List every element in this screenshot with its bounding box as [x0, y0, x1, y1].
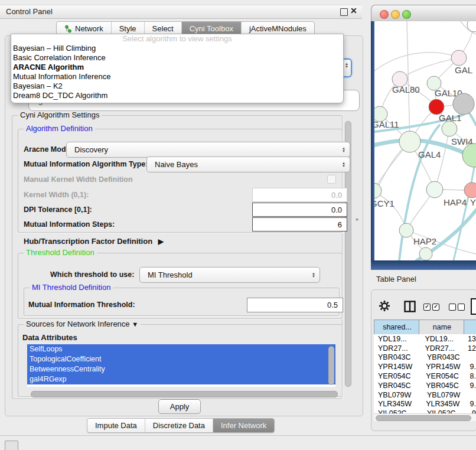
table-row[interactable]: YER054CYER054C8.: [374, 371, 476, 381]
table-row[interactable]: YPR145WYPR145W9.: [374, 362, 476, 371]
mi-threshold-input[interactable]: 0.5: [247, 298, 343, 312]
which-threshold-combobox[interactable]: MI Threshold ▲▼: [139, 267, 320, 283]
table-cell: 8.: [467, 372, 476, 380]
zoom-traffic-light-icon[interactable]: [402, 10, 411, 19]
mi-threshold-label: Mutual Information Threshold:: [28, 301, 135, 309]
network-node-label: HAP2: [413, 236, 436, 246]
algorithm-option[interactable]: Mutual Information Inference: [11, 72, 343, 81]
network-node-y[interactable]: [464, 182, 476, 198]
table-row[interactable]: YLR345WYLR345W9.: [374, 400, 476, 409]
network-node-gcy1[interactable]: [374, 183, 382, 198]
manual-kernel-label: Manual Kernel Width Definition: [24, 175, 133, 184]
network-edge[interactable]: [400, 58, 459, 79]
network-node-gal[interactable]: [451, 50, 467, 66]
network-edge[interactable]: [374, 53, 459, 71]
algorithm-option[interactable]: ARACNE Algorithm: [11, 63, 343, 72]
table-row[interactable]: YDL19...YDL19...13: [374, 334, 476, 344]
gear-icon[interactable]: [379, 299, 390, 315]
tab-infer-network[interactable]: Infer Network: [213, 419, 274, 432]
data-attribute-item[interactable]: BetweennessCentrality: [27, 364, 335, 374]
hub-definition-toggle[interactable]: Hub/Transcription Factor Definition ▶: [24, 237, 164, 246]
close-traffic-light-icon[interactable]: [380, 10, 389, 19]
table-row[interactable]: YBR043CYBR043C: [374, 353, 476, 363]
minimize-traffic-light-icon[interactable]: [391, 10, 400, 19]
minimized-panel-button[interactable]: [5, 441, 18, 450]
split-columns-icon[interactable]: [404, 301, 416, 315]
table-cell: YDR27...: [374, 344, 420, 353]
data-attribute-item[interactable]: TopologicalCoefficient: [27, 354, 335, 364]
data-attributes-list[interactable]: SelfLoopsTopologicalCoefficientBetweenne…: [27, 344, 335, 387]
application-window: Control Panel ✕ NetworkStyleSelectCyni T…: [0, 0, 476, 450]
table-cell: YIL052C: [374, 409, 423, 413]
mi-steps-input[interactable]: 6: [252, 217, 347, 231]
table-horizontal-scrollbar-track[interactable]: [374, 413, 476, 421]
tab-discretize-data[interactable]: Discretize Data: [145, 419, 213, 432]
table-row[interactable]: YIL052CYIL052C9: [374, 409, 476, 413]
table-row[interactable]: YBL079WYBL079W: [374, 390, 476, 400]
table-cell: YDR27...: [420, 344, 464, 353]
table-cell: YBR043C: [374, 353, 423, 361]
table-cell: YIL052C: [423, 409, 468, 413]
unchecked-box-icon[interactable]: [458, 304, 465, 311]
manual-kernel-checkbox[interactable]: [327, 175, 336, 184]
data-attribute-item[interactable]: SelfLoops: [27, 344, 335, 354]
table-row[interactable]: YDR27...YDR27...12: [374, 344, 476, 353]
table-panel-title: Table Panel: [376, 275, 416, 283]
stepper-icon: ▲▼: [345, 63, 348, 69]
split-pane-handle[interactable]: ▸: [356, 216, 359, 222]
page-icon[interactable]: [471, 298, 476, 315]
network-edge[interactable]: [374, 191, 406, 230]
control-panel-title: Control Panel: [6, 7, 53, 16]
network-node-swi4[interactable]: [442, 121, 457, 136]
network-node-hap4[interactable]: [426, 181, 443, 198]
aracne-mode-combobox[interactable]: Discovery ▲▼: [66, 142, 350, 158]
table-row[interactable]: YBR045CYBR045C9.: [374, 381, 476, 390]
algorithm-option[interactable]: Basic Correlation Inference: [11, 53, 343, 63]
tab-label: Infer Network: [221, 419, 266, 432]
table-cell: YBR045C: [374, 381, 422, 390]
close-icon[interactable]: ✕: [350, 6, 357, 15]
table-cell: YLR345W: [374, 400, 422, 408]
table-cell: 12: [464, 344, 476, 353]
stepper-icon: ▲▼: [342, 157, 345, 172]
algorithm-option[interactable]: Bayesian – Hill Climbing: [11, 44, 343, 53]
kernel-width-input[interactable]: 0.0: [252, 188, 347, 202]
table-cell: 9: [468, 409, 476, 413]
float-window-icon[interactable]: [340, 8, 348, 16]
algorithm-option[interactable]: Bayesian – K2: [11, 81, 343, 91]
chevron-down-icon[interactable]: ▼: [132, 321, 138, 328]
network-edge[interactable]: [443, 190, 464, 190]
dpi-tolerance-input[interactable]: 0.0: [252, 203, 347, 217]
bottom-tab-bar: Impute DataDiscretize DataInfer Network: [87, 418, 275, 433]
algorithm-dropdown-list: Bayesian – Hill ClimbingBasic Correlatio…: [11, 44, 343, 100]
tab-impute-data[interactable]: Impute Data: [87, 419, 145, 432]
table-cell: YPR145W: [374, 363, 422, 371]
table-horizontal-scrollbar[interactable]: [376, 415, 471, 421]
apply-button[interactable]: Apply: [158, 399, 201, 414]
data-attribute-item[interactable]: gal4RGexp: [27, 374, 335, 384]
table-column-header[interactable]: name: [419, 319, 465, 335]
network-node-gal4[interactable]: [399, 131, 420, 152]
network-view[interactable]: GALGAL80GAL10GAL1GAL11SWI4GAL4GCY1HAP4YH…: [374, 21, 476, 260]
attributes-vertical-scrollbar[interactable]: [328, 346, 334, 385]
which-threshold-label: Which threshold to use:: [50, 270, 134, 279]
unchecked-box-icon[interactable]: [449, 304, 456, 311]
network-node-hap2[interactable]: [399, 223, 413, 237]
chevron-right-icon: ▶: [158, 237, 164, 246]
checked-box-icon[interactable]: ✓: [423, 304, 431, 311]
checked-box-icon[interactable]: ✓: [432, 304, 439, 311]
aracne-mode-value: Discovery: [74, 145, 108, 154]
table-column-header[interactable]: shared...: [374, 319, 420, 335]
settings-group-title: Cyni Algorithm Settings: [18, 110, 102, 119]
table-cell: 9.: [467, 400, 476, 408]
settings-horizontal-scrollbar[interactable]: [31, 391, 338, 397]
aracne-mode-label: Aracne Mode:: [24, 145, 73, 154]
table-body: YDL19...YDL19...13YDR27...YDR27...12YBR0…: [374, 334, 476, 413]
network-window-titlebar[interactable]: [371, 5, 476, 22]
network-node[interactable]: [419, 247, 432, 260]
algorithm-option[interactable]: Dream8 DC_TDC Algorithm: [11, 91, 343, 100]
network-node[interactable]: [462, 144, 476, 167]
table-column-header[interactable]: [464, 319, 476, 335]
network-node[interactable]: [453, 93, 474, 115]
mi-type-combobox[interactable]: Naive Bayes ▲▼: [146, 156, 350, 172]
